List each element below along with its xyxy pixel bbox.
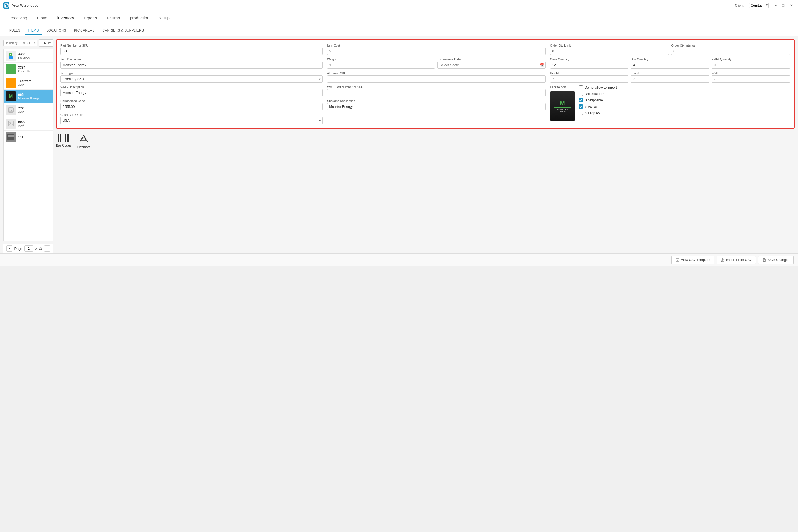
next-page-button[interactable]: › <box>44 246 50 252</box>
nav-inventory[interactable]: inventory <box>52 11 79 25</box>
search-input[interactable] <box>3 40 37 46</box>
list-item[interactable]: 111 <box>4 131 53 144</box>
discontinue-date-input[interactable] <box>437 61 545 69</box>
list-item[interactable]: 777 AAA <box>4 103 53 117</box>
nav-setup[interactable]: setup <box>154 11 174 25</box>
harmonized-code-field: Harmonized Code <box>60 99 323 110</box>
maximize-button[interactable]: □ <box>781 3 786 8</box>
barcodes-item[interactable]: Bar Codes <box>56 134 72 149</box>
nav-reports[interactable]: reports <box>79 11 102 25</box>
search-clear-button[interactable]: ✕ <box>33 41 36 45</box>
product-image-area: Click to edit: M MONSTER ENERGY <box>550 86 790 121</box>
item-info: 666 Monster Energy <box>18 93 51 100</box>
svg-rect-19 <box>60 134 61 142</box>
box-quantity-input[interactable] <box>631 61 709 69</box>
app-icon <box>3 2 10 8</box>
new-button-label: New <box>44 41 51 45</box>
is-shippable-checkbox[interactable] <box>579 98 583 102</box>
is-prop-65-checkbox[interactable] <box>579 111 583 115</box>
sub-nav-rules[interactable]: RULES <box>5 27 24 35</box>
item-code: 3334 <box>18 66 51 70</box>
list-item[interactable]: 9999 AAA <box>4 117 53 131</box>
item-info: 777 AAA <box>18 107 51 114</box>
box-quantity-label: Box Quantity <box>631 58 709 61</box>
product-image[interactable]: M MONSTER ENERGY <box>550 91 575 121</box>
order-qty-interval-field: Order Qty Interval <box>671 44 790 55</box>
item-cost-input[interactable] <box>327 48 545 55</box>
country-of-origin-select[interactable]: USA Canada Mexico China Other <box>60 117 323 124</box>
import-csv-button[interactable]: Import From CSV <box>717 256 756 264</box>
item-type-select[interactable]: Inventory SKU Non-Inventory Service <box>60 75 323 82</box>
is-shippable-row: Is Shippable <box>579 98 617 102</box>
client-select-wrapper[interactable]: Cerritus <box>749 3 768 8</box>
alternate-sku-input[interactable] <box>327 75 545 82</box>
pallet-quantity-label: Pallet Quantity <box>711 58 790 61</box>
minimize-button[interactable]: − <box>773 3 779 8</box>
close-button[interactable]: ✕ <box>788 3 795 8</box>
page-of: of 22 <box>35 247 42 250</box>
item-code: 777 <box>18 107 51 110</box>
wms-description-input[interactable] <box>60 89 323 96</box>
breakout-item-checkbox[interactable] <box>579 92 583 96</box>
customs-description-field: Customs Description <box>327 99 545 110</box>
do-not-allow-import-checkbox[interactable] <box>579 86 583 90</box>
sub-nav-pick-areas[interactable]: PICK AREAS <box>71 27 98 35</box>
title-bar-right: Client: Cerritus − □ ✕ <box>735 3 795 8</box>
alternate-sku-label: Alternate SKU <box>327 72 545 75</box>
wms-part-number-input[interactable] <box>327 89 545 96</box>
case-quantity-field: Case Quantity <box>550 58 629 69</box>
page-input[interactable] <box>24 246 33 252</box>
length-label: Length <box>631 72 709 75</box>
order-qty-interval-input[interactable] <box>671 48 790 55</box>
form-card: Part Number or SKU Item Description Item… <box>56 39 795 129</box>
item-name: FreshAA <box>18 56 51 59</box>
item-description-field: Item Description <box>60 58 323 69</box>
import-icon <box>721 258 725 262</box>
view-csv-label: View CSV Template <box>681 258 710 262</box>
order-qty-interval-label: Order Qty Interval <box>671 44 790 47</box>
item-description-input[interactable] <box>60 61 323 69</box>
country-of-origin-field: Country of Origin USA Canada Mexico Chin… <box>60 113 323 124</box>
length-input[interactable] <box>631 75 709 82</box>
search-row: ✕ + New <box>3 39 53 46</box>
is-active-checkbox[interactable] <box>579 104 583 109</box>
client-select[interactable]: Cerritus <box>749 3 768 8</box>
sub-nav-carriers-suppliers[interactable]: CARRIERS & SUPPLIERS <box>99 27 147 35</box>
nav-production[interactable]: production <box>125 11 154 25</box>
part-number-input[interactable] <box>60 48 323 55</box>
page-label: Page <box>14 247 22 251</box>
save-changes-button[interactable]: Save Changes <box>758 256 794 264</box>
do-not-allow-import-row: Do not allow to import <box>579 86 617 90</box>
list-item[interactable]: F 3333 FreshAA <box>4 49 53 63</box>
new-button[interactable]: + New <box>39 39 53 46</box>
width-field: Width <box>711 72 790 82</box>
window-controls: − □ ✕ <box>773 3 795 8</box>
weight-input[interactable] <box>327 61 435 69</box>
list-item[interactable]: M 666 Monster Energy <box>4 90 53 103</box>
client-label: Client: <box>735 4 744 7</box>
order-qty-limit-input[interactable] <box>550 48 669 55</box>
width-input[interactable] <box>711 75 790 82</box>
is-prop-65-row: Is Prop 65 <box>579 111 617 115</box>
hazmat-icon <box>79 134 89 144</box>
height-field: Height <box>550 72 629 82</box>
sub-nav-items[interactable]: ITEMS <box>25 27 42 35</box>
barcodes-label: Bar Codes <box>56 144 72 147</box>
pallet-quantity-input[interactable] <box>711 61 790 69</box>
weight-discontinue-row: Weight Discontinue Date 📅 <box>327 58 545 69</box>
harmonized-code-input[interactable] <box>60 103 323 110</box>
list-item[interactable]: Testitem AAA <box>4 76 53 90</box>
nav-move[interactable]: move <box>32 11 52 25</box>
customs-description-input[interactable] <box>327 103 545 110</box>
nav-receiving[interactable]: receiving <box>5 11 32 25</box>
height-input[interactable] <box>550 75 629 82</box>
prev-page-button[interactable]: ‹ <box>6 246 13 252</box>
hazmats-item[interactable]: Hazmats <box>77 134 90 149</box>
is-prop-65-label: Is Prop 65 <box>585 111 600 115</box>
sub-nav-locations[interactable]: LOCATIONS <box>43 27 70 35</box>
case-quantity-input[interactable] <box>550 61 629 69</box>
list-item[interactable]: 3334 Green Item <box>4 63 53 76</box>
nav-returns[interactable]: returns <box>102 11 125 25</box>
csv-icon <box>676 258 679 262</box>
view-csv-button[interactable]: View CSV Template <box>671 256 714 264</box>
